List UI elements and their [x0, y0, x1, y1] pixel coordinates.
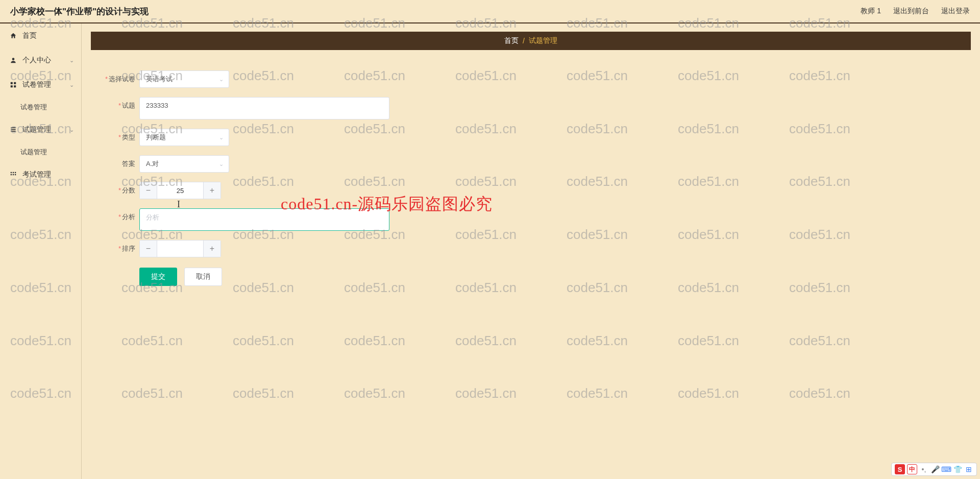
sidebar-label: 试卷管理	[22, 80, 51, 89]
cancel-button[interactable]: 取消	[184, 268, 222, 286]
sidebar-item-test-mgmt[interactable]: 考试管理	[0, 162, 81, 187]
select-exam-dropdown[interactable]: 英语考试 ⌄	[139, 70, 229, 88]
svg-rect-2	[14, 82, 16, 84]
svg-rect-13	[15, 174, 16, 175]
submit-button[interactable]: 提交	[139, 268, 177, 286]
increment-button[interactable]: +	[203, 182, 220, 199]
ime-logo-icon[interactable]: S	[895, 464, 905, 474]
svg-rect-9	[13, 172, 14, 173]
chevron-down-icon: ⌄	[219, 161, 224, 167]
content-area: 首页 / 试题管理 *选择试卷 英语考试 ⌄ *试题 233333	[82, 23, 980, 479]
svg-rect-7	[11, 131, 15, 132]
label-question: *试题	[101, 97, 139, 110]
svg-rect-11	[11, 174, 12, 175]
svg-rect-1	[11, 82, 13, 84]
list-icon	[9, 126, 17, 134]
chevron-down-icon: ⌄	[69, 82, 74, 88]
sidebar-label: 试题管理	[22, 125, 51, 134]
svg-rect-10	[15, 172, 16, 173]
sort-value[interactable]	[157, 241, 203, 257]
sidebar-item-question-mgmt[interactable]: 试题管理 ⌄	[0, 117, 81, 142]
label-select-exam: *选择试卷	[101, 70, 139, 84]
svg-rect-6	[11, 129, 15, 130]
answer-dropdown[interactable]: A.对 ⌄	[139, 155, 229, 173]
svg-rect-12	[13, 174, 14, 175]
grid-icon	[9, 81, 17, 89]
header-bar: 小学家校一体"作业帮"的设计与实现 教师 1 退出到前台 退出登录	[0, 0, 980, 23]
sidebar-item-exam-mgmt[interactable]: 试卷管理 ⌄	[0, 73, 81, 97]
logout-front-link[interactable]: 退出到前台	[893, 7, 929, 16]
label-answer: 答案	[101, 155, 139, 169]
sidebar-label: 试卷管理	[20, 103, 47, 112]
sidebar-item-question-mgmt-sub[interactable]: 试题管理	[0, 142, 81, 162]
label-score: *分数	[101, 182, 139, 195]
app-title: 小学家校一体"作业帮"的设计与实现	[10, 6, 149, 17]
svg-rect-4	[14, 85, 16, 87]
logout-link[interactable]: 退出登录	[941, 7, 970, 16]
score-value[interactable]: 25	[157, 182, 203, 199]
chevron-down-icon: ⌄	[69, 127, 74, 133]
sidebar-label: 考试管理	[22, 170, 51, 179]
sidebar-label: 试题管理	[20, 148, 47, 157]
sidebar-item-home[interactable]: 首页	[0, 23, 81, 48]
svg-rect-5	[11, 127, 15, 128]
breadcrumb-current: 试题管理	[529, 36, 557, 45]
svg-rect-3	[11, 85, 13, 87]
sidebar-item-personal[interactable]: 个人中心 ⌄	[0, 48, 81, 73]
sort-stepper[interactable]: − +	[139, 240, 221, 257]
header-right: 教师 1 退出到前台 退出登录	[861, 7, 970, 16]
type-dropdown[interactable]: 判断题 ⌄	[139, 129, 229, 146]
label-type: *类型	[101, 129, 139, 142]
breadcrumb-home[interactable]: 首页	[504, 36, 519, 45]
decrement-button[interactable]: −	[140, 241, 157, 257]
home-icon	[9, 32, 17, 40]
form-area: *选择试卷 英语考试 ⌄ *试题 233333 *类型 判断	[91, 50, 971, 296]
chevron-down-icon: ⌄	[219, 134, 224, 141]
svg-point-0	[12, 58, 15, 60]
question-textarea[interactable]: 233333	[139, 97, 389, 119]
analysis-textarea[interactable]: 分析	[139, 208, 389, 231]
breadcrumb-sep: /	[523, 37, 525, 45]
ime-mic-icon[interactable]: 🎤	[930, 465, 940, 474]
score-stepper[interactable]: − 25 +	[139, 182, 221, 199]
sidebar-item-exam-mgmt-sub[interactable]: 试卷管理	[0, 97, 81, 117]
sidebar-label: 首页	[22, 31, 37, 40]
apps-icon	[9, 171, 17, 179]
sidebar-label: 个人中心	[22, 56, 51, 65]
ime-punct-icon[interactable]: •,	[919, 465, 928, 474]
decrement-button[interactable]: −	[140, 182, 157, 199]
chevron-down-icon: ⌄	[219, 76, 224, 83]
svg-rect-8	[11, 172, 12, 173]
user-label[interactable]: 教师 1	[861, 7, 881, 16]
label-analysis: *分析	[101, 208, 139, 222]
sidebar: 首页 个人中心 ⌄ 试卷管理 ⌄ 试卷管理 试题管理 ⌄ 试题管理	[0, 23, 82, 479]
ime-lang-icon[interactable]: 中	[907, 464, 917, 474]
ime-keyboard-icon[interactable]: ⌨	[942, 465, 951, 474]
text-cursor-icon: I	[177, 199, 180, 210]
user-icon	[9, 56, 17, 64]
ime-tool-icon[interactable]: ⊞	[964, 465, 973, 474]
ime-skin-icon[interactable]: 👕	[953, 465, 962, 474]
label-sort: *排序	[101, 240, 139, 253]
breadcrumb: 首页 / 试题管理	[91, 32, 971, 50]
ime-toolbar[interactable]: S 中 •, 🎤 ⌨ 👕 ⊞	[891, 463, 977, 476]
increment-button[interactable]: +	[203, 241, 220, 257]
chevron-down-icon: ⌄	[69, 57, 74, 64]
